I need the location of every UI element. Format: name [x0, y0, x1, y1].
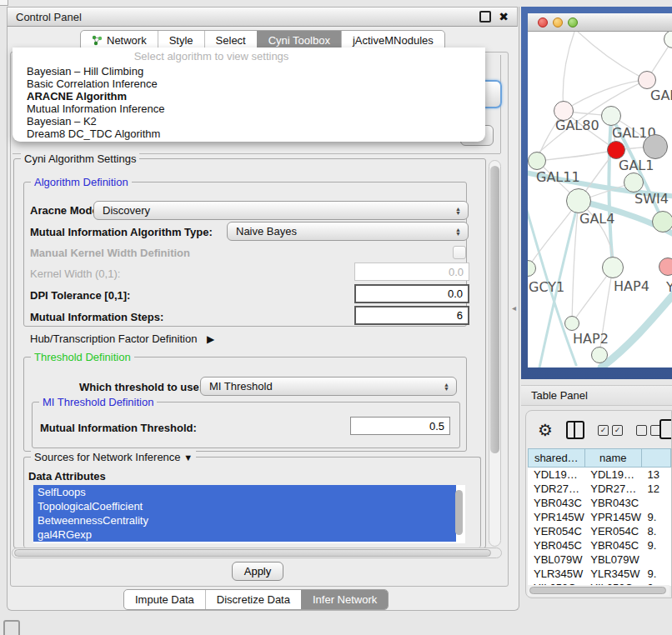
collapsed-panel-icon[interactable]	[3, 620, 20, 635]
table-row[interactable]: YBR045CYBR045C9.	[528, 538, 671, 552]
table-cell: 9.	[642, 510, 671, 524]
data-attributes-label: Data Attributes	[28, 470, 106, 482]
attribute-item-selfloops[interactable]: SelfLoops	[33, 485, 456, 499]
select-all-columns-icon[interactable]: ✓ ✓	[598, 425, 623, 436]
data-attributes-list[interactable]: SelfLoopsTopologicalCoefficientBetweenne…	[33, 485, 465, 543]
table-header-row: shared…name	[528, 448, 671, 468]
table-cell: YDR27…	[584, 482, 641, 496]
mi-steps-input[interactable]	[354, 306, 469, 325]
node-label-gal1: GAL1	[619, 158, 654, 173]
network-window: GALGAL80GAL10GAL1GAL11SWI4GAL4GCY1HAP4YH…	[528, 13, 672, 368]
node-label-gal: GAL	[650, 88, 672, 103]
table-cell	[642, 496, 671, 510]
sources-title-text: Sources for Network Inference	[34, 451, 181, 463]
settings-hscrollbar[interactable]	[12, 548, 502, 558]
kernel-width-input[interactable]	[354, 262, 469, 281]
node-y[interactable]	[659, 258, 672, 276]
attribute-item-betweennesscentrality[interactable]: BetweennessCentrality	[33, 513, 456, 528]
tab-impute-data[interactable]: Impute Data	[124, 590, 205, 609]
column-header-shared[interactable]: shared…	[528, 448, 585, 468]
node-gal[interactable]	[638, 71, 656, 89]
minimize-traffic-light-icon[interactable]	[553, 18, 563, 28]
table-row[interactable]: YDR27…YDR27…12	[528, 482, 671, 496]
table-row[interactable]: YER054CYER054C8.	[528, 524, 671, 538]
table-row[interactable]: YPR145WYPR145W9.	[528, 510, 671, 524]
attribute-item-topologicalcoefficient[interactable]: TopologicalCoefficient	[33, 499, 456, 513]
table-cell: YDL19…	[528, 468, 584, 482]
node-hap2[interactable]	[564, 316, 579, 331]
deselect-all-columns-icon[interactable]	[636, 425, 661, 436]
algorithm-option-bayesian-k2[interactable]: Bayesian – K2	[13, 115, 485, 128]
node-gal11[interactable]	[528, 152, 546, 170]
checked-checkbox-icon: ✓	[598, 425, 609, 436]
table-row[interactable]: YDL19…YDL19…13	[528, 468, 671, 482]
aracne-mode-select[interactable]: Discovery ▲▼	[93, 201, 469, 220]
gear-icon[interactable]: ⚙	[538, 422, 553, 438]
bottom-tab-bar: Impute DataDiscretize DataInfer Network	[123, 589, 389, 610]
algorithm-option-aracne-algorithm[interactable]: ARACNE Algorithm	[13, 90, 485, 102]
table-cell: YER054C	[584, 524, 641, 538]
mi-threshold-group-title: MI Threshold Definition	[39, 396, 157, 408]
table-cell: YBR043C	[584, 496, 641, 510]
table-cell: YPR145W	[584, 510, 641, 524]
tab-strip-remnant	[0, 0, 8, 6]
stepper-arrows-icon: ▲▼	[455, 207, 461, 215]
table-row[interactable]: YBR043CYBR043C	[528, 496, 671, 510]
column-header-cut[interactable]	[642, 448, 671, 468]
column-header-name[interactable]: name	[585, 448, 642, 468]
node-gal10[interactable]	[601, 106, 621, 126]
close-traffic-light-icon[interactable]	[538, 18, 548, 28]
table-cell: YBR043C	[528, 496, 584, 510]
apply-button[interactable]: Apply	[232, 562, 283, 581]
screen: { "window": {"title": "Control Panel"}, …	[0, 0, 672, 635]
tab-infer-network[interactable]: Infer Network	[301, 590, 388, 609]
node-label-swi4: SWI4	[634, 191, 669, 207]
node-hap4[interactable]	[602, 257, 624, 278]
algorithm-option-dream8-dc-tdc-algorithm[interactable]: Dream8 DC_TDC Algorithm	[13, 128, 485, 140]
settings-scrollbar-thumb[interactable]	[490, 166, 499, 453]
close-icon[interactable]: ✖	[499, 12, 509, 21]
node-label-y: Y	[666, 279, 672, 295]
node-unlabeled-9[interactable]	[652, 211, 672, 232]
tab-discretize-data[interactable]: Discretize Data	[205, 590, 301, 609]
table-row[interactable]: YLR345WYLR345W9.	[528, 567, 671, 581]
manual-kernel-label: Manual Kernel Width Definition	[30, 247, 190, 259]
zoom-traffic-light-icon[interactable]	[568, 18, 578, 28]
node-unlabeled-14[interactable]	[591, 347, 608, 363]
hub-definition-toggle[interactable]: Hub/Transcription Factor Definition ▶	[30, 332, 214, 345]
attr-list-scrollbar-thumb[interactable]	[455, 490, 463, 535]
which-threshold-label: Which threshold to use:	[79, 381, 203, 393]
table-cell: YBR045C	[528, 538, 584, 552]
aracne-mode-label: Aracne Mode:	[30, 204, 102, 217]
which-threshold-value: MI Threshold	[209, 380, 273, 392]
float-window-icon[interactable]	[479, 11, 491, 22]
sources-group-title[interactable]: Sources for Network Inference ▼	[31, 451, 196, 463]
algorithm-option-mutual-information-inference[interactable]: Mutual Information Inference	[13, 102, 485, 115]
dpi-tolerance-input[interactable]	[354, 284, 469, 303]
attribute-item-gal4rgexp[interactable]: gal4RGexp	[33, 528, 456, 542]
cyni-settings-title: Cyni Algorithm Settings	[21, 152, 139, 165]
mi-threshold-input[interactable]	[350, 417, 450, 435]
table-cell: YER054C	[528, 524, 584, 538]
panel-divider-handle[interactable]: ◂	[512, 303, 516, 312]
node-gal1[interactable]	[607, 141, 625, 159]
table-hscrollbar-thumb[interactable]	[529, 587, 666, 594]
table-row[interactable]: YBL079WYBL079W	[528, 552, 671, 567]
table-cell: YLR345W	[528, 567, 584, 581]
which-threshold-select[interactable]: MI Threshold ▲▼	[200, 377, 457, 396]
column-layout-icon[interactable]	[566, 421, 584, 439]
manual-kernel-checkbox[interactable]	[453, 246, 466, 259]
settings-scrollbar[interactable]	[489, 160, 501, 547]
table-hscrollbar[interactable]	[528, 585, 669, 596]
algorithm-option-basic-correlation-inference[interactable]: Basic Correlation Inference	[13, 78, 485, 90]
table-cell: YDL19…	[584, 468, 641, 482]
table-cell: YBL079W	[584, 552, 641, 567]
new-table-icon-cut[interactable]	[659, 419, 672, 439]
settings-hscrollbar-thumb[interactable]	[14, 549, 491, 557]
node-swi4[interactable]	[624, 172, 644, 192]
mi-type-select[interactable]: Naive Bayes ▲▼	[227, 222, 469, 241]
algorithm-option-bayesian-hill-climbing[interactable]: Bayesian – Hill Climbing	[13, 65, 485, 78]
node-unlabeled-5[interactable]	[643, 134, 668, 159]
network-canvas[interactable]: GALGAL80GAL10GAL1GAL11SWI4GAL4GCY1HAP4YH…	[528, 32, 672, 368]
node-gal4[interactable]	[566, 188, 591, 213]
